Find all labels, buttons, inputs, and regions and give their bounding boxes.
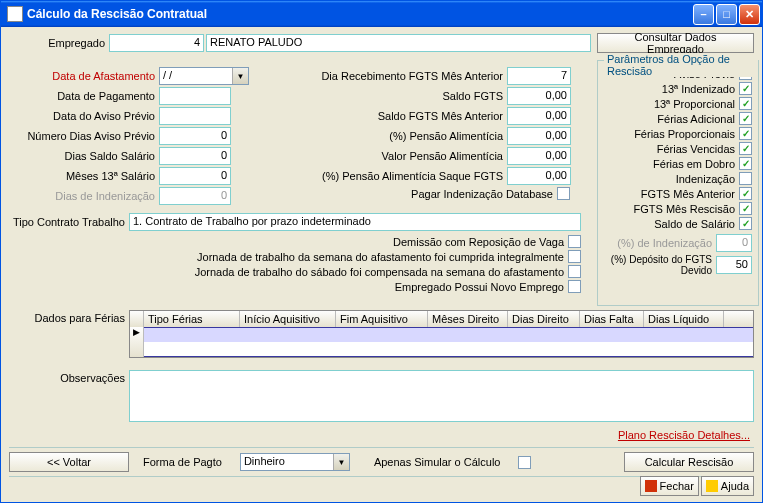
- num-dias-aviso-input[interactable]: 0: [159, 127, 231, 145]
- app-icon: [7, 6, 23, 22]
- fechar-button[interactable]: Fechar: [640, 476, 699, 496]
- meses13-label: Mêses 13ª Salário: [9, 170, 159, 182]
- param-checkbox[interactable]: [739, 172, 752, 185]
- param-label: Férias em Dobro: [604, 158, 739, 170]
- data-pagamento-label: Data de Pagamento: [9, 90, 159, 102]
- close-icon: [645, 480, 657, 492]
- voltar-button[interactable]: << Voltar: [9, 452, 129, 472]
- data-aviso-label: Data do Aviso Prévio: [9, 110, 159, 122]
- jornada-sab-label: Jornada de trabalho do sábado foi compen…: [9, 266, 568, 278]
- saldo-fgts-input[interactable]: 0,00: [507, 87, 571, 105]
- tipo-contrato-label: Tipo Contrato Trabalho: [9, 216, 129, 228]
- dias-saldo-label: Dias Saldo Salário: [9, 150, 159, 162]
- dias-saldo-input[interactable]: 0: [159, 147, 231, 165]
- grid-column-header[interactable]: Tipo Férias: [144, 311, 240, 327]
- param-checkbox[interactable]: [739, 127, 752, 140]
- data-afastamento-label: Data de Afastamento: [9, 70, 159, 82]
- param-checkbox[interactable]: [739, 142, 752, 155]
- empregado-label: Empregado: [9, 37, 109, 49]
- param-label: Indenização: [604, 173, 739, 185]
- param-checkbox[interactable]: [739, 217, 752, 230]
- row-indicator-icon: ▶: [130, 327, 144, 357]
- valor-pensao-input[interactable]: 0,00: [507, 147, 571, 165]
- grid-column-header[interactable]: Dias Falta: [580, 311, 644, 327]
- observacoes-input[interactable]: [129, 370, 754, 422]
- param-label: 13ª Indenizado: [604, 83, 739, 95]
- param-checkbox[interactable]: [739, 187, 752, 200]
- calcular-button[interactable]: Calcular Rescisão: [624, 452, 754, 472]
- dias-indeniz-input: 0: [159, 187, 231, 205]
- dados-ferias-label: Dados para Férias: [9, 310, 129, 358]
- valor-pensao-label: Valor Pensão Alimentícia: [257, 150, 507, 162]
- window-title: Cálculo da Rescisão Contratual: [27, 7, 693, 21]
- param-label: FGTS Mês Anterior: [604, 188, 739, 200]
- param-label: Férias Adicional: [604, 113, 739, 125]
- titlebar: Cálculo da Rescisão Contratual – □ ✕: [1, 1, 762, 27]
- grid-row[interactable]: [144, 327, 753, 357]
- meses13-input[interactable]: 0: [159, 167, 231, 185]
- saldo-fgts-label: Saldo FGTS: [257, 90, 507, 102]
- data-afastamento-input[interactable]: / / ▼: [159, 67, 249, 85]
- param-checkbox[interactable]: [739, 157, 752, 170]
- pensao-saque-input[interactable]: 0,00: [507, 167, 571, 185]
- grid-column-header[interactable]: Mêses Direito: [428, 311, 508, 327]
- dropdown-icon[interactable]: ▼: [333, 454, 349, 470]
- pensao-pct-input[interactable]: 0,00: [507, 127, 571, 145]
- dropdown-icon[interactable]: ▼: [232, 68, 248, 84]
- demissao-rep-checkbox[interactable]: [568, 235, 581, 248]
- saldo-fgts-ant-label: Saldo FGTS Mês Anterior: [257, 110, 507, 122]
- consultar-dados-button[interactable]: Consultar Dados Empregado: [597, 33, 754, 53]
- ajuda-button[interactable]: Ajuda: [701, 476, 754, 496]
- grid-column-header[interactable]: Dias Direito: [508, 311, 580, 327]
- param-label: FGTS Mês Rescisão: [604, 203, 739, 215]
- param-checkbox[interactable]: [739, 202, 752, 215]
- grid-corner: [130, 311, 144, 327]
- empregado-nome-input[interactable]: RENATO PALUDO: [206, 34, 591, 52]
- data-aviso-input[interactable]: [159, 107, 231, 125]
- novo-emprego-checkbox[interactable]: [568, 280, 581, 293]
- tipo-contrato-input[interactable]: 1. Contrato de Trabalho por prazo indete…: [129, 213, 581, 231]
- param-label: Férias Vencidas: [604, 143, 739, 155]
- jornada-sab-checkbox[interactable]: [568, 265, 581, 278]
- help-icon: [706, 480, 718, 492]
- pct-indeniz-input: 0: [716, 234, 752, 252]
- forma-pagto-select[interactable]: Dinheiro ▼: [240, 453, 350, 471]
- saldo-fgts-ant-input[interactable]: 0,00: [507, 107, 571, 125]
- grid-column-header[interactable]: Dias Líquido: [644, 311, 724, 327]
- param-label: Férias Proporcionais: [604, 128, 739, 140]
- param-checkbox[interactable]: [739, 97, 752, 110]
- plano-rescisao-link[interactable]: Plano Rescisão Detalhes...: [618, 429, 750, 441]
- empregado-id-input[interactable]: 4: [109, 34, 204, 52]
- pct-deposito-label: (%) Depósito do FGTS Devido: [604, 254, 716, 276]
- simular-label: Apenas Simular o Cálculo: [374, 456, 505, 468]
- param-checkbox[interactable]: [739, 112, 752, 125]
- forma-pagto-label: Forma de Pagto: [143, 456, 226, 468]
- grid-column-header[interactable]: Fim Aquisitivo: [336, 311, 428, 327]
- pensao-pct-label: (%) Pensão Alimentícia: [257, 130, 507, 142]
- dias-indeniz-label: Dias de Indenização: [9, 190, 159, 202]
- minimize-button[interactable]: –: [693, 4, 714, 25]
- body: Empregado 4 RENATO PALUDO Consultar Dado…: [1, 27, 762, 502]
- pagar-indeniz-checkbox[interactable]: [557, 187, 570, 200]
- ferias-grid[interactable]: Tipo FériasInício AquisitivoFim Aquisiti…: [129, 310, 754, 358]
- pensao-saque-label: (%) Pensão Alimentícia Saque FGTS: [257, 170, 507, 182]
- param-label: Saldo de Salário: [604, 218, 739, 230]
- param-label: 13ª Proporcional: [604, 98, 739, 110]
- grid-column-header[interactable]: Início Aquisitivo: [240, 311, 336, 327]
- novo-emprego-label: Empregado Possui Novo Emprego: [9, 281, 568, 293]
- simular-checkbox[interactable]: [518, 456, 531, 469]
- param-checkbox[interactable]: [739, 82, 752, 95]
- parametros-title: Parâmetros da Opção de Rescisão: [604, 53, 758, 77]
- num-dias-aviso-label: Número Dias Aviso Prévio: [9, 130, 159, 142]
- close-button[interactable]: ✕: [739, 4, 760, 25]
- dia-receb-input[interactable]: 7: [507, 67, 571, 85]
- pct-deposito-input[interactable]: 50: [716, 256, 752, 274]
- dia-receb-label: Dia Recebimento FGTS Mês Anterior: [257, 70, 507, 82]
- pct-indeniz-label: (%) de Indenização: [604, 237, 716, 249]
- window: Cálculo da Rescisão Contratual – □ ✕ Emp…: [0, 0, 763, 503]
- maximize-button[interactable]: □: [716, 4, 737, 25]
- jornada-sem-label: Jornada de trabalho da semana do afastam…: [9, 251, 568, 263]
- jornada-sem-checkbox[interactable]: [568, 250, 581, 263]
- data-pagamento-input[interactable]: [159, 87, 231, 105]
- parametros-fieldset: Parâmetros da Opção de Rescisão Aviso Pr…: [597, 60, 759, 306]
